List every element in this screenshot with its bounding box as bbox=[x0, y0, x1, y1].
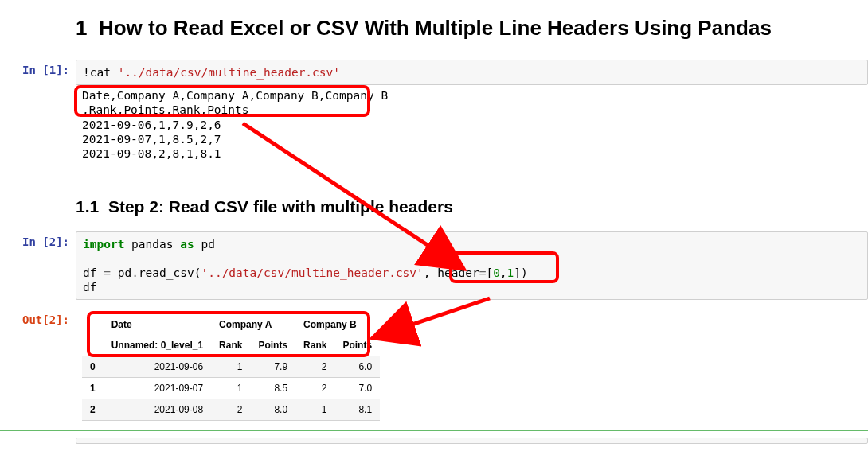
prompt-in-1: In [1]: bbox=[0, 60, 76, 85]
markdown-cell-title: 1 How to Read Excel or CSV With Multiple… bbox=[0, 0, 868, 60]
table-header-row-1: Unnamed: 0_level_1 Rank Points Rank Poin… bbox=[82, 335, 380, 356]
page-title: 1 How to Read Excel or CSV With Multiple… bbox=[76, 16, 868, 41]
empty-code-cell[interactable] bbox=[76, 438, 868, 444]
code-input-2[interactable]: import pandas as pd df = pd.read_csv('..… bbox=[76, 231, 868, 301]
prompt-out-2: Out[2]: bbox=[0, 309, 76, 429]
next-code-cell bbox=[0, 438, 868, 445]
table-row: 1 2021-09-07 1 8.5 2 7.0 bbox=[82, 378, 380, 399]
table-header-row-0: Date Company A Company B bbox=[82, 314, 380, 335]
table-row: 2 2021-09-08 2 8.0 1 8.1 bbox=[82, 399, 380, 421]
code-input-1[interactable]: !cat '../data/csv/multine_header.csv' bbox=[76, 60, 868, 85]
subtitle-text: Step 2: Read CSV file with multiple head… bbox=[108, 197, 453, 216]
selected-cell-group: In [2]: import pandas as pd df = pd.read… bbox=[0, 228, 868, 432]
prompt-in-2: In [2]: bbox=[0, 231, 76, 301]
section-subtitle: 1.1 Step 2: Read CSV file with multiple … bbox=[76, 197, 868, 216]
output-cell-1: Date,Company A,Company A,Company B,Compa… bbox=[0, 85, 868, 164]
dataframe-table: Date Company A Company B Unnamed: 0_leve… bbox=[82, 314, 380, 421]
subtitle-number: 1.1 bbox=[76, 197, 99, 216]
code-cell-2: In [2]: import pandas as pd df = pd.read… bbox=[0, 228, 868, 304]
title-text: How to Read Excel or CSV With Multiple L… bbox=[99, 16, 772, 40]
output-cell-2: Out[2]: Date Company A Company B bbox=[0, 309, 868, 429]
output-text-1: Date,Company A,Company A,Company B,Compa… bbox=[76, 85, 868, 164]
table-row: 0 2021-09-06 1 7.9 2 6.0 bbox=[82, 356, 380, 378]
markdown-cell-subtitle: 1.1 Step 2: Read CSV file with multiple … bbox=[0, 183, 868, 228]
title-number: 1 bbox=[76, 16, 87, 40]
code-cell-1: In [1]: !cat '../data/csv/multine_header… bbox=[0, 60, 868, 85]
